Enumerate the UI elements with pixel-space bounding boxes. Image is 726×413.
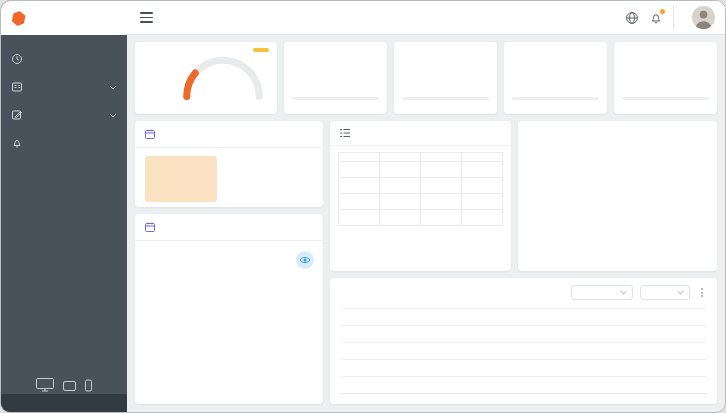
- legend-item: [694, 153, 707, 161]
- person-icon: [692, 6, 715, 29]
- column-header: [380, 153, 421, 162]
- column-header: [339, 153, 380, 162]
- preventivi-rifiutati-card: [394, 42, 497, 114]
- sidebar-item-attivita[interactable]: [1, 129, 127, 157]
- tablet-icon[interactable]: [62, 380, 77, 392]
- cell-completata: [421, 178, 462, 194]
- tot-label: [143, 100, 145, 109]
- progress-bar: [292, 97, 379, 100]
- device-preview-toggles: [1, 377, 127, 392]
- topbar-right: [625, 6, 715, 29]
- clock-icon: [11, 53, 23, 65]
- cell-assegnata: [380, 162, 421, 178]
- stat-footnote: [512, 102, 599, 108]
- chevron-down-icon: [109, 113, 117, 118]
- gauge-track-arc: [187, 60, 260, 96]
- upgrade-badge[interactable]: [253, 48, 269, 52]
- donut-chart: [526, 153, 630, 257]
- table-row: [339, 162, 503, 178]
- notifications-button[interactable]: [649, 11, 663, 25]
- table-row: [339, 210, 503, 226]
- progress-bar: [622, 97, 709, 100]
- documenti-in-scadenza-card: [135, 214, 323, 404]
- brand-hexagon-icon: [10, 10, 27, 27]
- gauge-value-arc: [187, 60, 260, 96]
- table-row: [339, 178, 503, 194]
- right-column: [330, 121, 717, 404]
- contacts-icon: [11, 81, 23, 93]
- sidebar: [1, 1, 127, 412]
- notification-dot: [660, 9, 665, 14]
- attivita-collaboratori-card: [518, 121, 717, 271]
- cell-restante: [462, 194, 503, 210]
- sidebar-menu: [1, 35, 127, 157]
- progress-bar: [402, 97, 489, 100]
- phone-icon[interactable]: [84, 379, 93, 392]
- column-header: [462, 153, 503, 162]
- cell-collaboratore: [339, 210, 380, 226]
- desktop-icon[interactable]: [35, 377, 55, 392]
- legend-swatch: [694, 210, 702, 218]
- stat-footnote: [622, 102, 709, 108]
- residuo-label: [267, 100, 269, 109]
- cell-assegnata: [380, 178, 421, 194]
- column-header: [421, 153, 462, 162]
- menu-toggle-icon[interactable]: [137, 9, 156, 25]
- cell-collaboratore: [339, 194, 380, 210]
- chevron-down-icon: [109, 85, 117, 90]
- chevron-down-icon: [620, 290, 627, 295]
- sidebar-item-anagrafiche[interactable]: [1, 73, 127, 101]
- legend-item: [694, 172, 707, 180]
- eye-icon: [299, 254, 311, 266]
- attivita-in-scadenza-card: [135, 121, 323, 207]
- stat-footnote: [402, 102, 489, 108]
- user-menu[interactable]: [673, 6, 715, 29]
- globe-icon: [625, 11, 639, 25]
- list-icon: [339, 128, 351, 138]
- lower-section: [135, 121, 717, 404]
- globe-button[interactable]: [625, 11, 639, 25]
- chevron-down-icon: [677, 290, 684, 295]
- legend-swatch: [694, 191, 702, 199]
- more-options-icon[interactable]: [697, 286, 707, 299]
- legend-item: [694, 191, 707, 199]
- app-window: [0, 0, 726, 413]
- cell-restante: [462, 210, 503, 226]
- gauge-chart: [177, 54, 269, 100]
- edit-icon: [11, 109, 23, 121]
- cell-restante: [462, 178, 503, 194]
- cell-completata: [421, 210, 462, 226]
- document-list-item: [135, 241, 323, 279]
- cell-restante: [462, 162, 503, 178]
- view-document-button[interactable]: [296, 251, 314, 269]
- legend-swatch: [694, 172, 702, 180]
- left-column: [135, 121, 323, 404]
- legend-swatch: [694, 153, 702, 161]
- distribuzione-table: [338, 152, 503, 226]
- distribuzione-attivita-card: [330, 121, 511, 271]
- calendar-icon: [144, 128, 156, 140]
- bar-plot: [340, 308, 707, 394]
- kpi-row: [135, 42, 717, 114]
- sidebar-item-mandato-professionale[interactable]: [1, 101, 127, 129]
- avatar[interactable]: [692, 6, 715, 29]
- donut-legend: [694, 153, 707, 218]
- legend-item: [694, 210, 707, 218]
- year-select[interactable]: [640, 285, 690, 300]
- stat-footnote: [292, 102, 379, 108]
- collaborator-select[interactable]: [571, 285, 633, 300]
- table-header-row: [339, 153, 503, 162]
- dashboard-content: [127, 35, 725, 412]
- preventivi-accettati-card: [284, 42, 387, 114]
- calendar-icon: [144, 221, 156, 233]
- cell-assegnata: [380, 210, 421, 226]
- progress-bar: [512, 97, 599, 100]
- main-area: [127, 1, 725, 412]
- sidebar-item-dashboards[interactable]: [1, 45, 127, 73]
- brand-logo[interactable]: [1, 1, 127, 35]
- cell-completata: [421, 194, 462, 210]
- sidebar-footer-strip: [1, 394, 127, 412]
- cell-assegnata: [380, 194, 421, 210]
- consumo-mandati-card: [135, 42, 277, 114]
- cell-collaboratore: [339, 162, 380, 178]
